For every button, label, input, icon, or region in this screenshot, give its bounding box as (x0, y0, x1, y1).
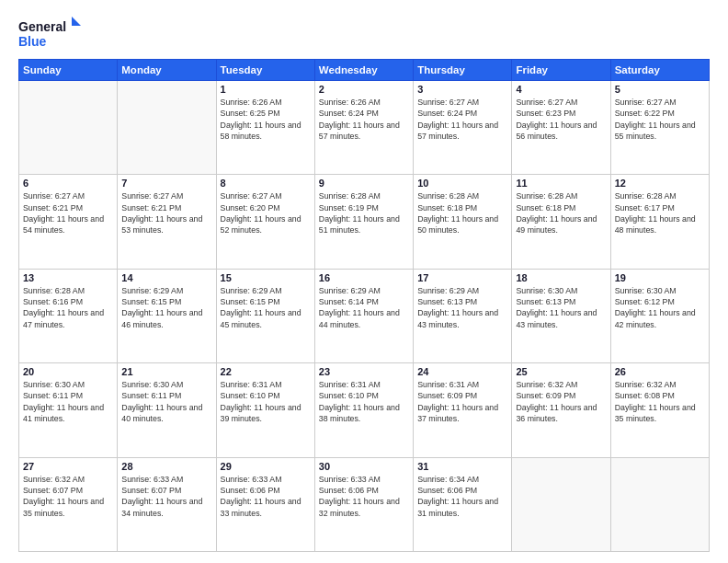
calendar-cell: 20Sunrise: 6:30 AM Sunset: 6:11 PM Dayli… (19, 363, 118, 457)
weekday-header: Sunday (19, 60, 118, 81)
day-number: 16 (319, 272, 409, 283)
calendar-cell: 15Sunrise: 6:29 AM Sunset: 6:15 PM Dayli… (216, 269, 314, 362)
day-info: Sunrise: 6:27 AM Sunset: 6:23 PM Dayligh… (516, 97, 606, 142)
calendar-cell (512, 457, 610, 551)
calendar-cell: 8Sunrise: 6:27 AM Sunset: 6:20 PM Daylig… (216, 175, 314, 269)
day-info: Sunrise: 6:32 AM Sunset: 6:07 PM Dayligh… (23, 474, 113, 519)
calendar-cell: 17Sunrise: 6:29 AM Sunset: 6:13 PM Dayli… (414, 269, 512, 362)
day-number: 31 (417, 461, 507, 472)
day-info: Sunrise: 6:30 AM Sunset: 6:13 PM Dayligh… (516, 285, 606, 330)
day-number: 18 (516, 272, 606, 283)
calendar-cell: 4Sunrise: 6:27 AM Sunset: 6:23 PM Daylig… (512, 81, 610, 175)
day-info: Sunrise: 6:29 AM Sunset: 6:13 PM Dayligh… (417, 285, 507, 330)
calendar-cell: 22Sunrise: 6:31 AM Sunset: 6:10 PM Dayli… (216, 363, 314, 457)
weekday-header: Tuesday (216, 60, 314, 81)
day-number: 10 (417, 178, 507, 189)
svg-text:Blue: Blue (18, 34, 47, 49)
calendar-cell: 5Sunrise: 6:27 AM Sunset: 6:22 PM Daylig… (610, 81, 709, 175)
calendar-cell: 13Sunrise: 6:28 AM Sunset: 6:16 PM Dayli… (19, 269, 118, 362)
calendar-cell: 1Sunrise: 6:26 AM Sunset: 6:25 PM Daylig… (216, 81, 314, 175)
calendar-cell: 12Sunrise: 6:28 AM Sunset: 6:17 PM Dayli… (610, 175, 709, 269)
weekday-header: Saturday (610, 60, 709, 81)
header: GeneralBlue (18, 17, 710, 50)
weekday-header: Thursday (414, 60, 512, 81)
calendar-cell: 23Sunrise: 6:31 AM Sunset: 6:10 PM Dayli… (314, 363, 413, 457)
day-number: 9 (319, 178, 409, 189)
day-number: 22 (221, 366, 311, 377)
calendar-cell: 9Sunrise: 6:28 AM Sunset: 6:19 PM Daylig… (314, 175, 413, 269)
day-info: Sunrise: 6:29 AM Sunset: 6:15 PM Dayligh… (221, 285, 311, 330)
day-info: Sunrise: 6:33 AM Sunset: 6:06 PM Dayligh… (221, 474, 311, 519)
day-number: 8 (221, 178, 311, 189)
day-info: Sunrise: 6:27 AM Sunset: 6:22 PM Dayligh… (615, 97, 705, 142)
calendar: SundayMondayTuesdayWednesdayThursdayFrid… (18, 59, 710, 552)
day-info: Sunrise: 6:28 AM Sunset: 6:18 PM Dayligh… (417, 190, 507, 236)
day-info: Sunrise: 6:33 AM Sunset: 6:06 PM Dayligh… (319, 474, 409, 519)
day-number: 14 (121, 272, 211, 283)
day-info: Sunrise: 6:29 AM Sunset: 6:14 PM Dayligh… (319, 285, 409, 330)
day-info: Sunrise: 6:32 AM Sunset: 6:09 PM Dayligh… (516, 379, 606, 424)
day-number: 20 (23, 366, 113, 377)
calendar-cell: 30Sunrise: 6:33 AM Sunset: 6:06 PM Dayli… (314, 457, 413, 551)
weekday-header: Friday (512, 60, 610, 81)
day-number: 28 (121, 461, 211, 472)
calendar-cell: 2Sunrise: 6:26 AM Sunset: 6:24 PM Daylig… (314, 81, 413, 175)
day-info: Sunrise: 6:27 AM Sunset: 6:24 PM Dayligh… (417, 97, 507, 142)
day-number: 12 (615, 178, 705, 189)
day-number: 1 (221, 84, 311, 95)
svg-text:General: General (18, 19, 66, 34)
day-info: Sunrise: 6:31 AM Sunset: 6:09 PM Dayligh… (417, 379, 507, 424)
day-info: Sunrise: 6:33 AM Sunset: 6:07 PM Dayligh… (121, 474, 211, 519)
day-number: 19 (615, 272, 705, 283)
day-number: 25 (516, 366, 606, 377)
day-number: 5 (615, 84, 705, 95)
day-info: Sunrise: 6:31 AM Sunset: 6:10 PM Dayligh… (221, 379, 311, 424)
day-info: Sunrise: 6:32 AM Sunset: 6:08 PM Dayligh… (615, 379, 705, 424)
calendar-cell: 11Sunrise: 6:28 AM Sunset: 6:18 PM Dayli… (512, 175, 610, 269)
day-number: 27 (23, 461, 113, 472)
day-number: 4 (516, 84, 606, 95)
day-info: Sunrise: 6:28 AM Sunset: 6:16 PM Dayligh… (23, 285, 113, 330)
weekday-header: Monday (118, 60, 216, 81)
day-info: Sunrise: 6:34 AM Sunset: 6:06 PM Dayligh… (417, 474, 507, 519)
day-info: Sunrise: 6:27 AM Sunset: 6:21 PM Dayligh… (121, 190, 211, 236)
weekday-header: Wednesday (314, 60, 413, 81)
logo-icon: GeneralBlue (18, 17, 83, 50)
calendar-cell: 26Sunrise: 6:32 AM Sunset: 6:08 PM Dayli… (610, 363, 709, 457)
day-number: 21 (121, 366, 211, 377)
calendar-cell: 10Sunrise: 6:28 AM Sunset: 6:18 PM Dayli… (414, 175, 512, 269)
day-info: Sunrise: 6:28 AM Sunset: 6:17 PM Dayligh… (615, 190, 705, 236)
day-number: 7 (121, 178, 211, 189)
calendar-cell: 7Sunrise: 6:27 AM Sunset: 6:21 PM Daylig… (118, 175, 216, 269)
day-number: 26 (615, 366, 705, 377)
calendar-cell: 29Sunrise: 6:33 AM Sunset: 6:06 PM Dayli… (216, 457, 314, 551)
day-info: Sunrise: 6:27 AM Sunset: 6:21 PM Dayligh… (23, 190, 113, 236)
calendar-cell: 31Sunrise: 6:34 AM Sunset: 6:06 PM Dayli… (414, 457, 512, 551)
day-number: 24 (417, 366, 507, 377)
calendar-cell: 27Sunrise: 6:32 AM Sunset: 6:07 PM Dayli… (19, 457, 118, 551)
day-number: 6 (23, 178, 113, 189)
day-info: Sunrise: 6:30 AM Sunset: 6:12 PM Dayligh… (615, 285, 705, 330)
calendar-cell: 14Sunrise: 6:29 AM Sunset: 6:15 PM Dayli… (118, 269, 216, 362)
calendar-cell: 16Sunrise: 6:29 AM Sunset: 6:14 PM Dayli… (314, 269, 413, 362)
day-number: 15 (221, 272, 311, 283)
calendar-cell (610, 457, 709, 551)
calendar-cell: 18Sunrise: 6:30 AM Sunset: 6:13 PM Dayli… (512, 269, 610, 362)
day-number: 13 (23, 272, 113, 283)
day-number: 3 (417, 84, 507, 95)
calendar-cell: 21Sunrise: 6:30 AM Sunset: 6:11 PM Dayli… (118, 363, 216, 457)
day-info: Sunrise: 6:30 AM Sunset: 6:11 PM Dayligh… (23, 379, 113, 424)
day-info: Sunrise: 6:31 AM Sunset: 6:10 PM Dayligh… (319, 379, 409, 424)
day-info: Sunrise: 6:30 AM Sunset: 6:11 PM Dayligh… (121, 379, 211, 424)
day-number: 29 (221, 461, 311, 472)
calendar-cell: 25Sunrise: 6:32 AM Sunset: 6:09 PM Dayli… (512, 363, 610, 457)
calendar-cell: 3Sunrise: 6:27 AM Sunset: 6:24 PM Daylig… (414, 81, 512, 175)
calendar-cell: 24Sunrise: 6:31 AM Sunset: 6:09 PM Dayli… (414, 363, 512, 457)
day-info: Sunrise: 6:28 AM Sunset: 6:19 PM Dayligh… (319, 190, 409, 236)
calendar-cell: 6Sunrise: 6:27 AM Sunset: 6:21 PM Daylig… (19, 175, 118, 269)
day-info: Sunrise: 6:28 AM Sunset: 6:18 PM Dayligh… (516, 190, 606, 236)
day-info: Sunrise: 6:29 AM Sunset: 6:15 PM Dayligh… (121, 285, 211, 330)
day-number: 30 (319, 461, 409, 472)
logo: GeneralBlue (18, 17, 83, 50)
calendar-cell (19, 81, 118, 175)
